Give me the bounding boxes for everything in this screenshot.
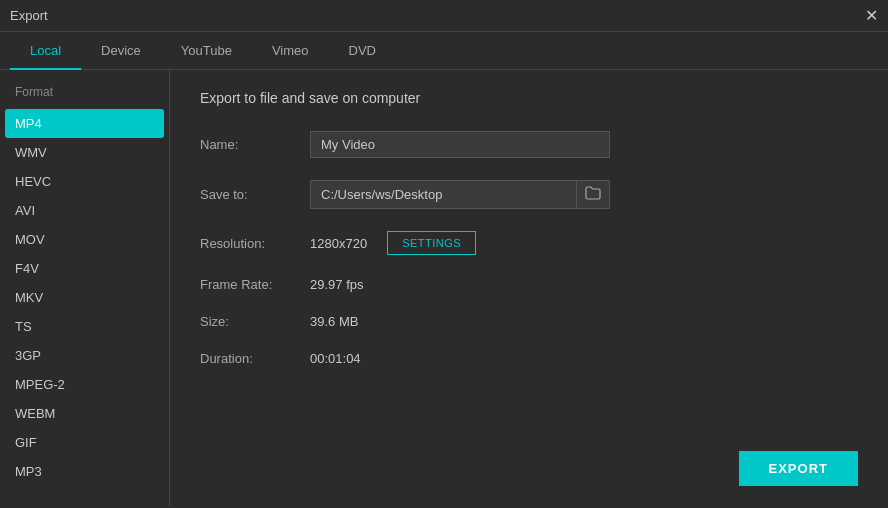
- format-mp3[interactable]: MP3: [0, 457, 169, 486]
- format-avi[interactable]: AVI: [0, 196, 169, 225]
- name-row: Name:: [200, 131, 858, 158]
- name-input[interactable]: [310, 131, 610, 158]
- format-hevc[interactable]: HEVC: [0, 167, 169, 196]
- close-button[interactable]: ✕: [865, 8, 878, 24]
- name-label: Name:: [200, 137, 310, 152]
- duration-value: 00:01:04: [310, 351, 361, 366]
- frame-rate-value: 29.97 fps: [310, 277, 364, 292]
- main-layout: Format MP4 WMV HEVC AVI MOV F4V MKV TS 3…: [0, 70, 888, 506]
- frame-rate-label: Frame Rate:: [200, 277, 310, 292]
- format-ts[interactable]: TS: [0, 312, 169, 341]
- format-gif[interactable]: GIF: [0, 428, 169, 457]
- settings-button[interactable]: SETTINGS: [387, 231, 476, 255]
- size-row: Size: 39.6 MB: [200, 314, 858, 329]
- format-mkv[interactable]: MKV: [0, 283, 169, 312]
- export-content: Export to file and save on computer Name…: [170, 70, 888, 506]
- content-title: Export to file and save on computer: [200, 90, 858, 106]
- duration-row: Duration: 00:01:04: [200, 351, 858, 366]
- title-bar-title: Export: [10, 8, 48, 23]
- title-bar: Export ✕: [0, 0, 888, 32]
- tab-youtube[interactable]: YouTube: [161, 33, 252, 70]
- tab-local[interactable]: Local: [10, 33, 81, 70]
- tab-dvd[interactable]: DVD: [329, 33, 396, 70]
- format-sidebar-title: Format: [0, 85, 169, 109]
- save-to-container: [310, 180, 610, 209]
- resolution-row: Resolution: 1280x720 SETTINGS: [200, 231, 858, 255]
- format-mpeg2[interactable]: MPEG-2: [0, 370, 169, 399]
- tab-vimeo[interactable]: Vimeo: [252, 33, 329, 70]
- save-to-label: Save to:: [200, 187, 310, 202]
- format-webm[interactable]: WEBM: [0, 399, 169, 428]
- export-button[interactable]: EXPORT: [739, 451, 858, 486]
- folder-browse-button[interactable]: [576, 181, 609, 208]
- resolution-controls: 1280x720 SETTINGS: [310, 231, 476, 255]
- duration-label: Duration:: [200, 351, 310, 366]
- save-to-row: Save to:: [200, 180, 858, 209]
- size-label: Size:: [200, 314, 310, 329]
- resolution-value: 1280x720: [310, 236, 367, 251]
- save-to-input[interactable]: [311, 182, 576, 207]
- tab-bar: Local Device YouTube Vimeo DVD: [0, 32, 888, 70]
- format-wmv[interactable]: WMV: [0, 138, 169, 167]
- size-value: 39.6 MB: [310, 314, 358, 329]
- format-3gp[interactable]: 3GP: [0, 341, 169, 370]
- tab-device[interactable]: Device: [81, 33, 161, 70]
- resolution-label: Resolution:: [200, 236, 310, 251]
- format-f4v[interactable]: F4V: [0, 254, 169, 283]
- format-mp4[interactable]: MP4: [5, 109, 164, 138]
- format-mov[interactable]: MOV: [0, 225, 169, 254]
- format-sidebar: Format MP4 WMV HEVC AVI MOV F4V MKV TS 3…: [0, 70, 170, 506]
- frame-rate-row: Frame Rate: 29.97 fps: [200, 277, 858, 292]
